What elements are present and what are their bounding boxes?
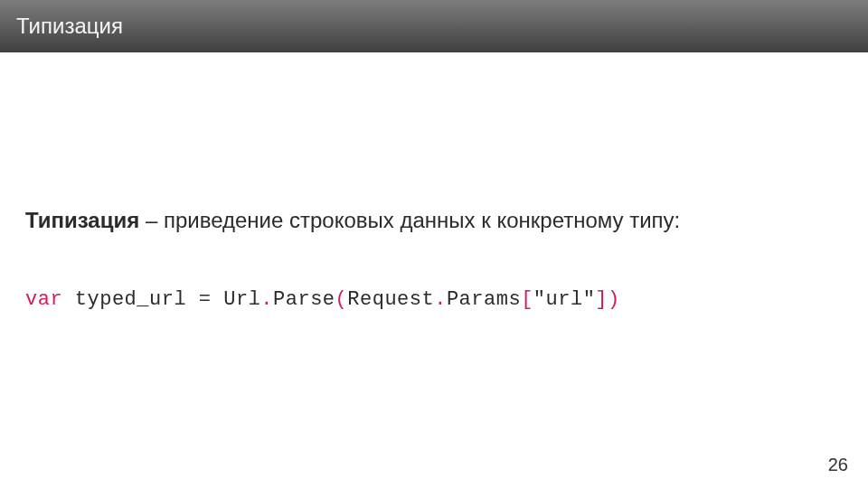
code-string: "url" <box>533 288 596 311</box>
code-lbracket: [ <box>521 288 533 311</box>
code-rparen: ) <box>608 288 620 311</box>
code-dot: . <box>434 288 447 311</box>
code-rbracket: ] <box>595 288 608 311</box>
slide-header: Типизация <box>0 0 868 52</box>
code-type-url: Url <box>223 288 260 311</box>
code-member-parse: Parse <box>273 288 335 311</box>
slide-content: Типизация – приведение строковых данных … <box>0 52 868 311</box>
code-equals: = <box>199 288 212 311</box>
definition-line: Типизация – приведение строковых данных … <box>25 206 843 234</box>
code-lparen: ( <box>335 288 348 311</box>
definition-separator: – <box>139 208 164 232</box>
code-example: var typed_url = Url.Parse(Request.Params… <box>25 288 843 311</box>
page-number: 26 <box>828 455 848 475</box>
code-dot: . <box>260 288 273 311</box>
slide-title: Типизация <box>16 14 123 39</box>
code-type-request: Request <box>347 288 434 311</box>
definition-term: Типизация <box>25 208 139 232</box>
definition-desc: приведение строковых данных к конкретном… <box>164 208 680 232</box>
code-member-params: Params <box>447 288 521 311</box>
code-keyword-var: var <box>25 288 62 311</box>
code-identifier: typed_url <box>75 288 186 311</box>
